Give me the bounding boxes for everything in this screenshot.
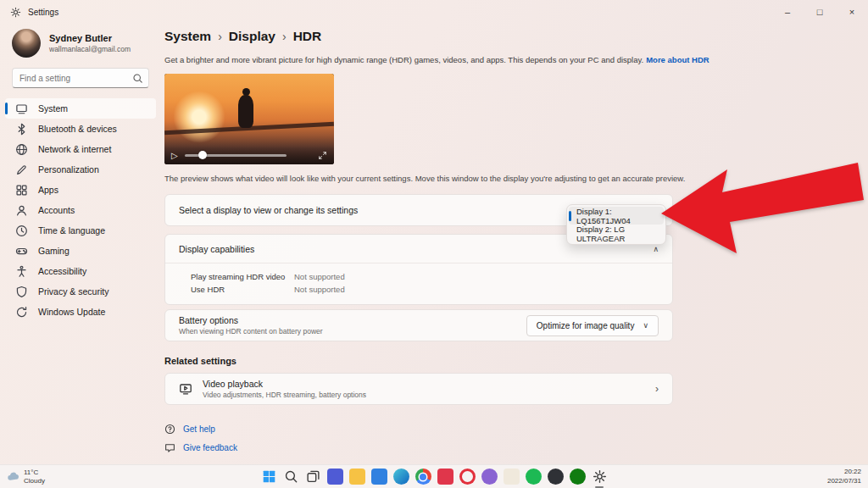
- search-box: [12, 68, 149, 88]
- media-app-taskbar-icon[interactable]: [437, 469, 453, 485]
- breadcrumb-separator: ›: [218, 30, 222, 43]
- chevron-down-icon: ∨: [643, 321, 648, 330]
- display-dropdown-flyout: Display 1: LQ156T1JW04Display 2: LG ULTR…: [566, 204, 666, 245]
- battery-options-subtitle: When viewing HDR content on battery powe…: [179, 327, 323, 336]
- photos-taskbar-icon[interactable]: [371, 469, 387, 485]
- avatar: [12, 29, 41, 58]
- chrome-taskbar-icon[interactable]: [415, 469, 431, 485]
- clock-widget[interactable]: 20:22 2022/07/31: [827, 468, 861, 485]
- chevron-up-icon: ∧: [653, 245, 659, 253]
- user-profile[interactable]: Sydney Butler wallmanlacal@gmail.com: [0, 24, 161, 66]
- sidebar-item-accounts[interactable]: Accounts: [5, 200, 156, 220]
- annotation-arrow-shape: [661, 163, 864, 253]
- seek-thumb[interactable]: [198, 151, 207, 159]
- sidebar-item-apps[interactable]: Apps: [5, 180, 156, 200]
- feedback-icon: [164, 442, 175, 453]
- accessibility-icon: [15, 265, 28, 278]
- weather-condition: Cloudy: [24, 477, 45, 485]
- capability-value: Not supported: [294, 272, 345, 281]
- more-about-hdr-link[interactable]: More about HDR: [646, 55, 709, 64]
- clock-date: 2022/07/31: [827, 477, 861, 485]
- display-option-2[interactable]: Display 2: LG ULTRAGEAR: [569, 225, 664, 242]
- start-taskbar-icon[interactable]: [261, 469, 277, 485]
- sidebar-item-system[interactable]: System: [5, 98, 156, 119]
- settings-taskbar-icon[interactable]: [592, 469, 608, 485]
- display-select-label: Select a display to view or change its s…: [179, 205, 358, 215]
- fullscreen-icon[interactable]: [318, 151, 327, 160]
- taskbar-apps: [261, 469, 608, 485]
- display-option-1[interactable]: Display 1: LQ156T1JW04: [569, 207, 664, 225]
- window-title: Settings: [28, 8, 58, 17]
- related-settings-heading: Related settings: [164, 356, 687, 366]
- sidebar-item-privacy-security[interactable]: Privacy & security: [5, 281, 156, 302]
- sidebar: Sydney Butler wallmanlacal@gmail.com Sys…: [0, 24, 161, 464]
- video-playback-card[interactable]: Video playback Video adjustments, HDR st…: [164, 373, 673, 405]
- breadcrumb-system[interactable]: System: [164, 29, 211, 44]
- breadcrumb-separator: ›: [282, 30, 287, 43]
- hdr-video-preview[interactable]: ▷: [164, 74, 334, 164]
- opera-taskbar-icon[interactable]: [459, 469, 476, 485]
- dark-app-taskbar-icon[interactable]: [548, 469, 564, 485]
- sidebar-item-accessibility[interactable]: Accessibility: [5, 261, 156, 281]
- capability-row: Use HDRNot supported: [165, 283, 672, 296]
- cloud-icon: [7, 470, 19, 483]
- display-capabilities-title: Display capabilities: [179, 244, 254, 254]
- capability-label: Play streaming HDR video: [165, 272, 294, 281]
- weather-temp: 11°C: [24, 469, 45, 477]
- notes-app-taskbar-icon[interactable]: [504, 469, 520, 485]
- breadcrumb: System›Display›HDR: [164, 29, 687, 44]
- window-controls: –□×: [771, 0, 868, 24]
- weather-widget[interactable]: 11°C Cloudy: [7, 469, 45, 485]
- battery-dropdown-value: Optimize for image quality: [537, 321, 635, 330]
- accounts-icon: [15, 204, 28, 217]
- battery-options-dropdown[interactable]: Optimize for image quality ∨: [526, 315, 659, 336]
- capability-value: Not supported: [294, 285, 345, 294]
- play-icon[interactable]: ▷: [171, 152, 178, 160]
- selected-option-indicator: [569, 211, 571, 221]
- page-description: Get a brighter and more vibrant picture …: [164, 55, 687, 64]
- capability-rows: Play streaming HDR videoNot supportedUse…: [165, 263, 672, 304]
- sidebar-item-bluetooth-devices[interactable]: Bluetooth & devices: [5, 119, 156, 139]
- sidebar-item-gaming[interactable]: Gaming: [5, 241, 156, 261]
- sidebar-nav: SystemBluetooth & devicesNetwork & inter…: [0, 98, 161, 322]
- sidebar-item-network-internet[interactable]: Network & internet: [5, 139, 156, 159]
- battery-options-card: Battery options When viewing HDR content…: [164, 309, 673, 341]
- sidebar-item-windows-update[interactable]: Windows Update: [5, 302, 156, 322]
- footer-links: Get helpGive feedback: [164, 424, 687, 453]
- search-icon: [132, 72, 143, 83]
- edge-taskbar-icon[interactable]: [393, 469, 409, 485]
- help-icon: [164, 424, 175, 435]
- xbox-taskbar-icon[interactable]: [570, 469, 586, 485]
- selected-indicator: [5, 103, 8, 114]
- chat-taskbar-icon[interactable]: [327, 469, 343, 485]
- spotify-taskbar-icon[interactable]: [526, 469, 542, 485]
- privacy-icon: [15, 286, 28, 298]
- file-explorer-taskbar-icon[interactable]: [349, 469, 365, 485]
- minimize-button[interactable]: –: [771, 0, 804, 24]
- video-controls: ▷: [164, 147, 334, 164]
- video-playback-icon: [179, 382, 192, 396]
- sidebar-item-time-language[interactable]: Time & language: [5, 220, 156, 241]
- video-playback-title: Video playback: [203, 379, 366, 389]
- gaming-icon: [15, 245, 28, 258]
- battery-options-title: Battery options: [179, 315, 323, 325]
- task-view-taskbar-icon[interactable]: [305, 469, 321, 485]
- get-help-link[interactable]: Get help: [164, 424, 687, 435]
- search-input[interactable]: [12, 68, 149, 88]
- breadcrumb-hdr: HDR: [293, 29, 322, 44]
- seek-bar[interactable]: [185, 154, 287, 157]
- user-email: wallmanlacal@gmail.com: [49, 45, 131, 53]
- sidebar-item-personalization[interactable]: Personalization: [5, 159, 156, 180]
- breadcrumb-display[interactable]: Display: [229, 29, 275, 44]
- search-taskbar-icon[interactable]: [283, 469, 299, 485]
- purple-app-taskbar-icon[interactable]: [481, 469, 498, 485]
- maximize-button[interactable]: □: [804, 0, 836, 24]
- bluetooth-icon: [15, 123, 28, 136]
- capability-row: Play streaming HDR videoNot supported: [165, 270, 672, 283]
- time-icon: [15, 225, 28, 237]
- give-feedback-link[interactable]: Give feedback: [164, 442, 687, 453]
- update-icon: [15, 306, 28, 319]
- close-button[interactable]: ×: [836, 0, 868, 24]
- personalization-icon: [15, 164, 28, 176]
- snowboarder-silhouette: [237, 88, 254, 128]
